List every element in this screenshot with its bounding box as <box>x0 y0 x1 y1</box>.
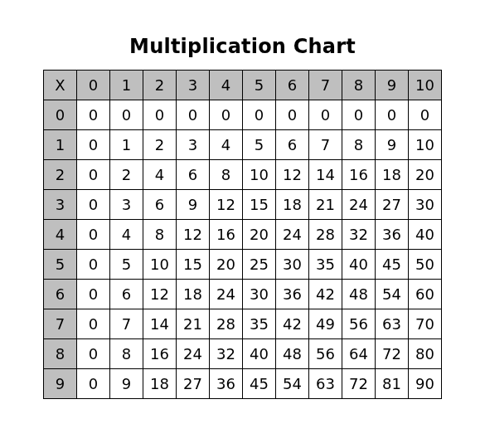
table-wrap: X 0 1 2 3 4 5 6 7 8 9 10 0 0 0 0 <box>0 70 485 399</box>
cell: 0 <box>210 100 243 130</box>
cell: 28 <box>210 309 243 339</box>
cell: 48 <box>342 280 376 309</box>
page: Multiplication Chart X 0 1 2 3 4 5 6 7 8… <box>0 0 485 448</box>
cell: 36 <box>376 220 409 250</box>
cell: 48 <box>276 339 309 369</box>
cell: 28 <box>309 220 342 250</box>
cell: 18 <box>143 369 177 399</box>
cell: 16 <box>342 160 376 190</box>
cell: 80 <box>409 339 442 369</box>
cell: 64 <box>342 339 376 369</box>
cell: 14 <box>309 160 342 190</box>
cell: 0 <box>243 100 276 130</box>
cell: 21 <box>177 309 210 339</box>
cell: 9 <box>376 130 409 160</box>
cell: 12 <box>276 160 309 190</box>
cell: 40 <box>342 250 376 280</box>
cell: 56 <box>309 339 342 369</box>
cell: 6 <box>177 160 210 190</box>
cell: 32 <box>210 339 243 369</box>
cell: 0 <box>77 280 110 309</box>
cell: 0 <box>77 160 110 190</box>
cell: 0 <box>110 100 143 130</box>
row-header: 9 <box>44 369 77 399</box>
row-header: 5 <box>44 250 77 280</box>
cell: 20 <box>210 250 243 280</box>
cell: 25 <box>243 250 276 280</box>
cell: 0 <box>77 369 110 399</box>
page-title: Multiplication Chart <box>0 35 485 58</box>
cell: 18 <box>376 160 409 190</box>
cell: 18 <box>276 190 309 220</box>
cell: 4 <box>143 160 177 190</box>
cell: 30 <box>243 280 276 309</box>
cell: 8 <box>342 130 376 160</box>
cell: 0 <box>309 100 342 130</box>
cell: 21 <box>309 190 342 220</box>
col-header: 0 <box>77 71 110 100</box>
cell: 20 <box>409 160 442 190</box>
table-row: 3 0 3 6 9 12 15 18 21 24 27 30 <box>44 190 442 220</box>
table-row: 4 0 4 8 12 16 20 24 28 32 36 40 <box>44 220 442 250</box>
row-header: 8 <box>44 339 77 369</box>
cell: 12 <box>143 280 177 309</box>
cell: 8 <box>110 339 143 369</box>
cell: 90 <box>409 369 442 399</box>
cell: 24 <box>276 220 309 250</box>
cell: 10 <box>409 130 442 160</box>
cell: 72 <box>342 369 376 399</box>
table-row: 9 0 9 18 27 36 45 54 63 72 81 90 <box>44 369 442 399</box>
cell: 32 <box>342 220 376 250</box>
cell: 0 <box>177 100 210 130</box>
cell: 6 <box>110 280 143 309</box>
cell: 2 <box>110 160 143 190</box>
header-row: X 0 1 2 3 4 5 6 7 8 9 10 <box>44 71 442 100</box>
cell: 9 <box>110 369 143 399</box>
cell: 0 <box>143 100 177 130</box>
table-row: 0 0 0 0 0 0 0 0 0 0 0 0 <box>44 100 442 130</box>
cell: 1 <box>110 130 143 160</box>
table-row: 7 0 7 14 21 28 35 42 49 56 63 70 <box>44 309 442 339</box>
cell: 35 <box>243 309 276 339</box>
cell: 0 <box>77 309 110 339</box>
col-header: 10 <box>409 71 442 100</box>
cell: 72 <box>376 339 409 369</box>
cell: 15 <box>177 250 210 280</box>
cell: 6 <box>143 190 177 220</box>
cell: 54 <box>276 369 309 399</box>
cell: 42 <box>309 280 342 309</box>
multiplication-table: X 0 1 2 3 4 5 6 7 8 9 10 0 0 0 0 <box>43 70 442 399</box>
table-row: 8 0 8 16 24 32 40 48 56 64 72 80 <box>44 339 442 369</box>
cell: 12 <box>177 220 210 250</box>
table-row: 2 0 2 4 6 8 10 12 14 16 18 20 <box>44 160 442 190</box>
cell: 2 <box>143 130 177 160</box>
col-header: 4 <box>210 71 243 100</box>
cell: 24 <box>210 280 243 309</box>
table-row: 1 0 1 2 3 4 5 6 7 8 9 10 <box>44 130 442 160</box>
row-header: 1 <box>44 130 77 160</box>
row-header: 6 <box>44 280 77 309</box>
table-body: X 0 1 2 3 4 5 6 7 8 9 10 0 0 0 0 <box>44 71 442 399</box>
cell: 27 <box>376 190 409 220</box>
cell: 0 <box>276 100 309 130</box>
cell: 14 <box>143 309 177 339</box>
cell: 18 <box>177 280 210 309</box>
cell: 15 <box>243 190 276 220</box>
row-header: 3 <box>44 190 77 220</box>
col-header: 8 <box>342 71 376 100</box>
cell: 3 <box>110 190 143 220</box>
col-header: 7 <box>309 71 342 100</box>
cell: 36 <box>276 280 309 309</box>
cell: 30 <box>276 250 309 280</box>
cell: 45 <box>243 369 276 399</box>
cell: 27 <box>177 369 210 399</box>
cell: 40 <box>409 220 442 250</box>
cell: 16 <box>143 339 177 369</box>
cell: 24 <box>342 190 376 220</box>
cell: 0 <box>77 220 110 250</box>
cell: 8 <box>210 160 243 190</box>
cell: 0 <box>77 190 110 220</box>
cell: 24 <box>177 339 210 369</box>
cell: 3 <box>177 130 210 160</box>
cell: 8 <box>143 220 177 250</box>
